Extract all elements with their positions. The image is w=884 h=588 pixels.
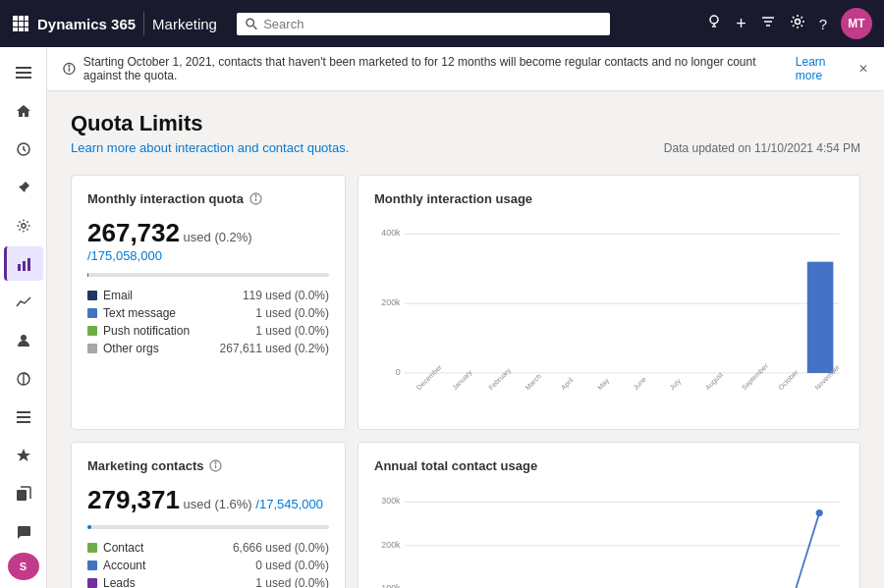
svg-text:January: January [451,368,474,392]
svg-text:August: August [704,371,725,392]
banner-close-button[interactable]: ✕ [858,62,868,76]
svg-rect-3 [13,22,18,27]
interaction-chart-svg: 400k 200k 0 December January [374,214,844,410]
legend-account: Account 0 used (0.0%) [87,557,329,574]
legend-push-notification: Push notification 1 used (0.0%) [87,322,329,340]
app-layout: S Starting October 1, 2021, contacts tha… [0,47,884,588]
svg-text:March: March [524,372,543,392]
contacts-legend: Contact 6,666 used (0.0%) Account 0 used… [87,539,329,588]
svg-rect-7 [19,27,24,31]
november-bar [807,262,834,373]
sidebar-user-avatar[interactable]: S [8,553,39,580]
svg-rect-29 [17,411,30,413]
page-body: Quota Limits Learn more about interactio… [47,91,884,588]
search-input[interactable] [263,17,602,31]
grid-icon[interactable] [12,15,29,32]
interaction-used-number: 267,732 used (0.2%) /175,058,000 [87,218,329,263]
search-box[interactable] [237,13,610,35]
sidebar-item-quota[interactable] [4,246,43,281]
page-subtitle-row: Learn more about interaction and contact… [71,140,860,155]
contact-chart-title: Annual total contact usage [374,458,844,473]
contact-chart-svg: 300k 200k 100k 0 [374,481,844,588]
svg-rect-6 [13,27,18,31]
leads-dot [87,578,97,588]
filter-icon[interactable] [760,14,776,33]
svg-rect-30 [17,416,30,418]
sidebar-item-lists[interactable] [4,400,43,434]
sidebar: S [0,47,47,588]
svg-rect-5 [25,22,28,27]
sidebar-item-leads[interactable] [4,438,43,472]
interaction-chart-title: Monthly interaction usage [374,191,844,206]
settings-icon[interactable] [790,14,805,33]
push-notif-dot [87,326,97,336]
email-dot [87,291,97,300]
main-content: Starting October 1, 2021, contacts that … [47,47,884,588]
nav-divider [143,12,144,35]
sidebar-item-menu[interactable] [4,55,43,89]
dot-nov [816,509,823,516]
brand-name: Dynamics 365 [37,16,136,32]
interaction-quota-card: Monthly interaction quota 267,732 used (… [71,175,346,430]
contact-chart-card: Annual total contact usage 300k 200k 100… [358,442,860,588]
marketing-contacts-card: Marketing contacts 279,371 used (1.6%) /… [71,442,346,588]
quota-learn-more-link[interactable]: Learn more about interaction and contact… [71,140,349,155]
page-title: Quota Limits [71,111,860,136]
help-icon[interactable]: ? [819,16,827,32]
svg-rect-24 [23,261,26,271]
marketing-contacts-title: Marketing contacts [87,458,329,473]
add-icon[interactable]: + [736,14,746,34]
nav-brand: Dynamics 365 [37,16,136,32]
interaction-info-icon [249,192,262,205]
text-msg-dot [87,308,97,318]
svg-point-22 [21,223,25,227]
user-avatar[interactable]: MT [841,8,872,39]
sidebar-item-pinned[interactable] [4,170,43,204]
contact-dot [87,543,97,553]
info-icon [63,62,76,76]
legend-contact: Contact 6,666 used (0.0%) [87,539,329,557]
interaction-legend: Email 119 used (0.0%) Text message 1 use… [87,287,329,357]
svg-text:February: February [487,366,513,392]
svg-point-26 [21,335,27,341]
legend-leads: Leads 1 used (0.0%) [87,574,329,588]
svg-rect-4 [19,22,24,27]
svg-line-10 [253,26,256,28]
svg-text:June: June [632,376,648,393]
sidebar-item-home[interactable] [4,93,43,128]
data-updated-timestamp: Data updated on 11/10/2021 4:54 PM [664,141,860,155]
svg-point-59 [215,462,216,463]
sidebar-item-recent[interactable] [4,132,43,166]
sidebar-item-segments[interactable] [4,361,43,396]
svg-rect-25 [28,258,30,271]
banner-text: Starting October 1, 2021, contacts that … [83,55,788,82]
sidebar-item-analytics[interactable] [4,285,43,319]
svg-text:200k: 200k [381,297,401,307]
marketing-contacts-row: Marketing contacts 279,371 used (1.6%) /… [71,442,860,588]
info-banner: Starting October 1, 2021, contacts that … [47,47,884,91]
svg-point-35 [69,66,70,67]
svg-rect-8 [25,27,28,31]
lightbulb-icon[interactable] [706,14,722,33]
svg-text:September: September [741,361,771,392]
interaction-quota-bar [87,273,329,277]
sidebar-item-contacts[interactable] [4,323,43,357]
legend-text-message: Text message 1 used (0.0%) [87,304,329,322]
svg-rect-18 [16,67,31,69]
svg-text:400k: 400k [381,228,401,238]
sidebar-item-assets[interactable] [4,476,43,510]
svg-text:100k: 100k [381,583,401,588]
contact-line [422,513,820,588]
app-name: Marketing [152,16,217,32]
sidebar-item-messages[interactable] [4,514,43,549]
sidebar-item-settings[interactable] [4,208,43,242]
contacts-info-icon [209,459,222,472]
svg-rect-32 [17,490,27,501]
banner-link[interactable]: Learn more [796,55,851,82]
svg-text:200k: 200k [381,540,401,550]
other-orgs-dot [87,344,97,353]
svg-point-38 [255,195,256,196]
svg-rect-19 [16,72,31,74]
svg-point-9 [247,19,254,27]
svg-rect-2 [25,16,28,21]
